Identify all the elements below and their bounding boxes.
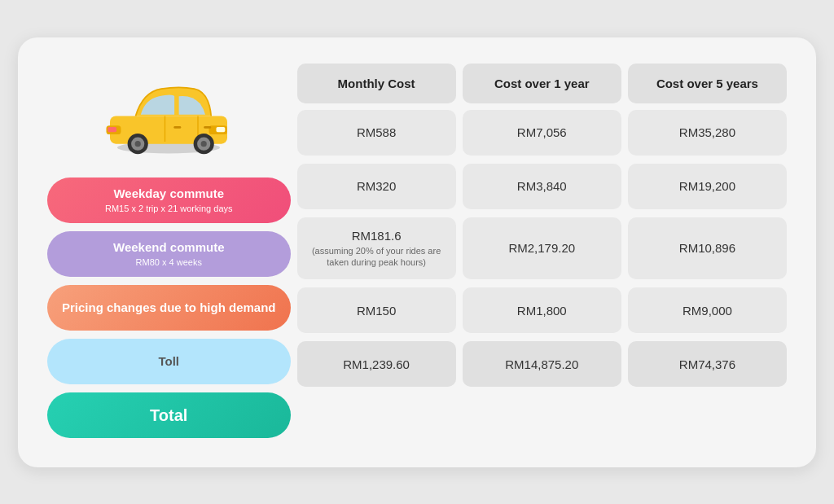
header-year5: Cost over 5 years: [628, 64, 787, 103]
svg-point-16: [201, 141, 207, 147]
year1-cell-2: RM2,179.20: [463, 217, 621, 280]
car-image: [95, 64, 242, 161]
label-pill-1: Weekend commuteRM80 x 4 weeks: [47, 231, 291, 277]
svg-rect-10: [204, 126, 211, 129]
year1-cell-4: RM14,875.20: [463, 341, 621, 387]
label-pill-3: Toll: [47, 339, 291, 384]
svg-rect-4: [217, 127, 226, 132]
svg-rect-9: [174, 126, 182, 129]
data-row-2: RM181.6(assuming 20% of your rides are t…: [297, 217, 787, 280]
data-row-0: RM588RM7,056RM35,280: [297, 110, 787, 156]
table-header: Monthly Cost Cost over 1 year Cost over …: [297, 64, 787, 103]
header-monthly: Monthly Cost: [297, 64, 456, 103]
year1-cell-1: RM3,840: [463, 164, 621, 209]
year1-cell-0: RM7,056: [463, 110, 621, 156]
year5-cell-3: RM9,000: [628, 287, 787, 333]
left-column: Weekday commuteRM15 x 2 trip x 21 workin…: [47, 64, 291, 438]
monthly-cell-2: RM181.6(assuming 20% of your rides are t…: [297, 217, 456, 280]
content-area: Weekday commuteRM15 x 2 trip x 21 workin…: [47, 64, 787, 438]
monthly-cell-0: RM588: [297, 110, 456, 156]
svg-rect-6: [108, 127, 117, 132]
data-row-3: RM150RM1,800RM9,000: [297, 287, 787, 333]
data-row-4: RM1,239.60RM14,875.20RM74,376: [297, 341, 787, 387]
main-card: Weekday commuteRM15 x 2 trip x 21 workin…: [18, 37, 816, 467]
monthly-cell-4: RM1,239.60: [297, 341, 456, 387]
row-labels: Weekday commuteRM15 x 2 trip x 21 workin…: [47, 177, 291, 438]
header-year1: Cost over 1 year: [463, 64, 621, 103]
svg-point-13: [135, 141, 141, 147]
data-row-1: RM320RM3,840RM19,200: [297, 164, 787, 209]
year5-cell-2: RM10,896: [628, 217, 787, 280]
label-pill-2: Pricing changes due to high demand: [47, 285, 291, 331]
year5-cell-1: RM19,200: [628, 164, 787, 209]
table-rows: RM588RM7,056RM35,280RM320RM3,840RM19,200…: [297, 110, 787, 388]
year5-cell-0: RM35,280: [628, 110, 787, 156]
monthly-cell-3: RM150: [297, 287, 456, 333]
label-pill-0: Weekday commuteRM15 x 2 trip x 21 workin…: [47, 177, 291, 223]
table-area: Monthly Cost Cost over 1 year Cost over …: [291, 64, 787, 388]
year5-cell-4: RM74,376: [628, 341, 787, 387]
label-pill-4: Total: [47, 392, 291, 438]
year1-cell-3: RM1,800: [463, 287, 621, 333]
monthly-cell-1: RM320: [297, 164, 456, 209]
